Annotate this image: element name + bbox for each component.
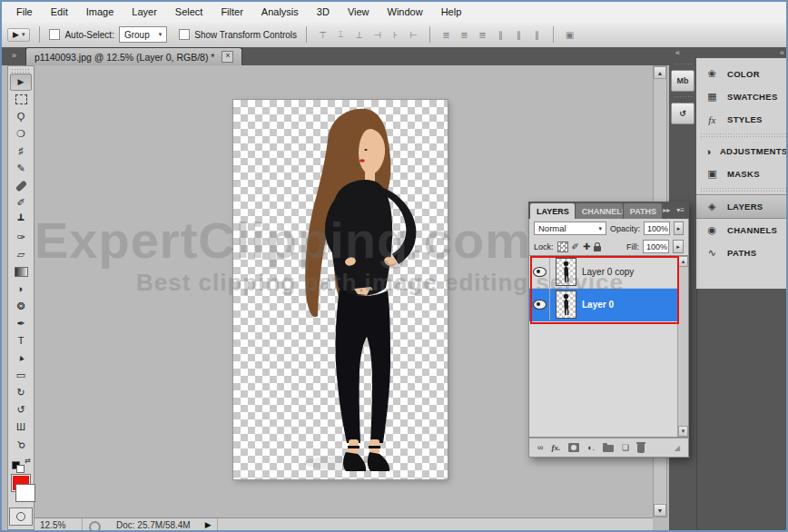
lock-position-icon[interactable]: ✚ bbox=[583, 242, 590, 251]
layer-thumbnail[interactable] bbox=[557, 291, 576, 318]
document-tab[interactable]: p1140093.jpg @ 12.5% (Layer 0, RGB/8) * … bbox=[25, 47, 242, 65]
drag-grip[interactable] bbox=[674, 95, 692, 99]
drag-grip[interactable] bbox=[11, 68, 31, 73]
align-top-edges-icon[interactable]: ⊤ bbox=[316, 30, 330, 40]
menu-layer[interactable]: Layer bbox=[123, 4, 166, 20]
new-layer-icon[interactable]: ❏ bbox=[622, 443, 629, 452]
hand-tool[interactable]: Ш bbox=[10, 419, 32, 436]
layer-row-layer-0[interactable]: Layer 0 bbox=[529, 289, 688, 321]
scroll-down-icon[interactable]: ▼ bbox=[678, 426, 688, 437]
pen-tool[interactable]: ✒ bbox=[10, 315, 32, 332]
gradient-tool[interactable] bbox=[10, 263, 32, 281]
visibility-toggle[interactable] bbox=[529, 256, 550, 288]
panel-button-masks[interactable]: ▣ MASKS bbox=[696, 163, 788, 185]
status-flyout-icon[interactable]: ▶ bbox=[200, 518, 217, 532]
layer-name[interactable]: Layer 0 copy bbox=[582, 267, 634, 277]
align-bottom-edges-icon[interactable]: ⊥ bbox=[352, 30, 366, 40]
panel-button-paths[interactable]: ∿ PATHS bbox=[696, 241, 788, 264]
panel-button-swatches[interactable]: ▦ SWATCHES bbox=[696, 85, 788, 108]
history-panel-button[interactable]: ↺ bbox=[671, 103, 694, 124]
rotate-3d-tool[interactable]: ↻ bbox=[10, 384, 32, 401]
move-tool[interactable]: ▶ bbox=[10, 74, 32, 91]
visibility-toggle[interactable] bbox=[529, 289, 550, 320]
menu-view[interactable]: View bbox=[339, 4, 379, 20]
panel-button-channels[interactable]: ◉ CHANNELS bbox=[696, 219, 788, 241]
distribute-top-edges-icon[interactable]: ≣ bbox=[439, 30, 453, 40]
path-selection-tool[interactable]: ▲ bbox=[10, 350, 32, 367]
brush-tool[interactable]: ✐ bbox=[10, 194, 32, 212]
adjustment-layer-icon[interactable]: ◐. bbox=[587, 443, 595, 452]
fill-spinner-icon[interactable]: ▸ bbox=[673, 240, 684, 253]
mini-bridge-button[interactable]: Mb bbox=[671, 70, 694, 92]
distribute-vertical-centers-icon[interactable]: ≣ bbox=[458, 30, 471, 40]
panel-menu-icon[interactable]: ▾≡ bbox=[676, 206, 685, 214]
tab-paths[interactable]: PATHS bbox=[624, 203, 662, 219]
zoom-level-field[interactable]: 12.5% bbox=[34, 518, 83, 532]
distribute-horizontal-centers-icon[interactable]: ∥ bbox=[512, 30, 526, 40]
zoom-tool[interactable]: ⚲ bbox=[10, 436, 32, 453]
menu-3d[interactable]: 3D bbox=[308, 4, 339, 20]
rectangular-marquee-tool[interactable] bbox=[10, 91, 32, 108]
menu-help[interactable]: Help bbox=[432, 4, 471, 20]
distribute-bottom-edges-icon[interactable]: ≣ bbox=[476, 30, 489, 40]
menu-image[interactable]: Image bbox=[77, 4, 123, 20]
lock-transparency-icon[interactable] bbox=[557, 241, 568, 252]
collapse-panel-icon[interactable]: ▸▸ bbox=[663, 206, 670, 214]
panel-collapse-icon[interactable]: » bbox=[2, 51, 25, 65]
menu-filter[interactable]: Filter bbox=[212, 4, 251, 20]
panel-button-styles[interactable]: fx STYLES bbox=[696, 108, 788, 131]
layer-thumbnail[interactable] bbox=[557, 259, 576, 285]
layer-row-layer-0-copy[interactable]: Layer 0 copy bbox=[529, 256, 688, 289]
tool-preset-picker[interactable]: ▶ ▾ bbox=[7, 28, 30, 42]
spot-healing-brush-tool[interactable] bbox=[10, 177, 32, 194]
close-icon[interactable]: × bbox=[222, 51, 233, 63]
lock-all-icon[interactable] bbox=[594, 246, 601, 251]
panel-button-color[interactable]: ❀ COLOR bbox=[696, 63, 788, 85]
scroll-up-icon[interactable]: ▲ bbox=[678, 256, 688, 267]
distribute-left-edges-icon[interactable]: ∥ bbox=[494, 30, 507, 40]
delete-layer-icon[interactable] bbox=[637, 444, 645, 453]
layer-style-icon[interactable]: fx. bbox=[551, 443, 560, 452]
swap-colors-icon[interactable]: ⇄ bbox=[25, 457, 31, 465]
quick-selection-tool[interactable]: ❍ bbox=[10, 125, 32, 143]
menu-analysis[interactable]: Analysis bbox=[252, 4, 308, 20]
link-layers-icon[interactable]: ∞ bbox=[537, 443, 543, 452]
crop-tool[interactable]: ♯ bbox=[10, 143, 32, 160]
panel-button-adjustments[interactable]: ◑ ADJUSTMENTS bbox=[696, 140, 788, 163]
type-tool[interactable]: T bbox=[10, 332, 32, 350]
menu-select[interactable]: Select bbox=[166, 4, 212, 20]
blur-tool[interactable]: ◗ bbox=[10, 281, 32, 298]
lasso-tool[interactable]: Ϙ bbox=[10, 108, 32, 125]
opacity-field[interactable]: 100% bbox=[644, 222, 670, 235]
tab-channels[interactable]: CHANNELS bbox=[576, 203, 623, 219]
clone-stamp-tool[interactable]: ┻ bbox=[10, 212, 32, 229]
align-vertical-centers-icon[interactable]: ⌶ bbox=[334, 29, 348, 40]
group-dropdown[interactable]: Group ▾ bbox=[119, 26, 167, 43]
panel-button-layers[interactable]: ◈ LAYERS bbox=[696, 194, 788, 219]
lock-image-icon[interactable]: ✐ bbox=[572, 242, 579, 251]
align-horizontal-centers-icon[interactable]: ⊦ bbox=[389, 30, 402, 40]
quick-mask-button[interactable] bbox=[9, 507, 33, 526]
default-colors-control[interactable]: ⇄ bbox=[11, 457, 31, 471]
rectangle-tool[interactable]: ▭ bbox=[10, 367, 32, 384]
fill-field[interactable]: 100% bbox=[643, 240, 669, 253]
align-right-edges-icon[interactable]: ⊢ bbox=[407, 30, 420, 40]
align-left-edges-icon[interactable]: ⊣ bbox=[370, 30, 384, 40]
menu-file[interactable]: File bbox=[7, 4, 42, 20]
add-layer-mask-icon[interactable] bbox=[568, 443, 579, 452]
layer-list-scrollbar[interactable]: ▲ ▼ bbox=[677, 256, 688, 437]
tab-layers[interactable]: LAYERS bbox=[530, 203, 575, 219]
menu-edit[interactable]: Edit bbox=[42, 4, 77, 20]
scroll-down-icon[interactable]: ▼ bbox=[654, 504, 666, 517]
distribute-right-edges-icon[interactable]: ∥ bbox=[530, 30, 544, 40]
auto-select-checkbox[interactable] bbox=[49, 29, 60, 40]
background-color-swatch[interactable] bbox=[16, 485, 34, 501]
show-transform-checkbox[interactable] bbox=[179, 29, 190, 40]
drag-grip[interactable] bbox=[674, 63, 692, 66]
dodge-tool[interactable]: ❂ bbox=[10, 298, 32, 315]
orbit-3d-tool[interactable]: ↺ bbox=[10, 401, 32, 419]
layer-name[interactable]: Layer 0 bbox=[582, 300, 614, 310]
scroll-up-icon[interactable]: ▲ bbox=[654, 66, 666, 79]
horizontal-scrollbar[interactable] bbox=[217, 518, 653, 532]
eyedropper-tool[interactable]: ✎ bbox=[10, 160, 32, 177]
